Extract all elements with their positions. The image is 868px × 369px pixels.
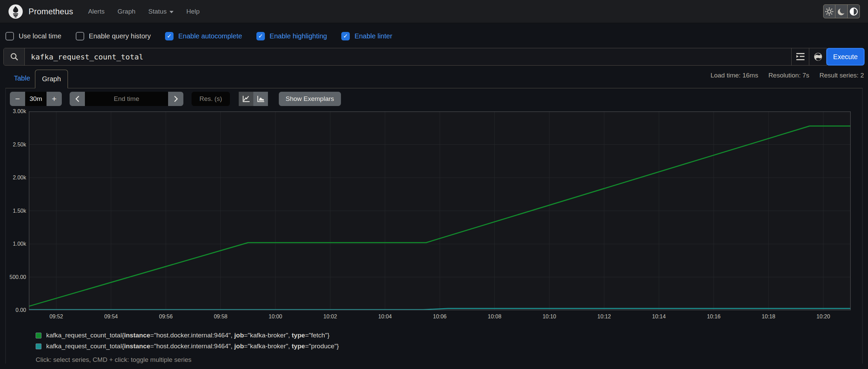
theme-button-auto-contrast-icon[interactable] (848, 4, 860, 18)
nav-links: AlertsGraphStatusHelp (88, 8, 199, 15)
nav-link-graph[interactable]: Graph (117, 8, 135, 15)
chevron-right-icon (173, 95, 179, 103)
meta-row: Table Graph Load time: 16msResolution: 7… (0, 70, 868, 88)
checkbox (5, 32, 14, 40)
moon-icon (837, 7, 846, 16)
range-increase-button[interactable]: + (47, 92, 62, 106)
legend-swatch (36, 333, 41, 338)
chart-legend: kafka_request_count_total{instance="host… (6, 330, 862, 350)
chevron-down-icon (169, 11, 174, 13)
option-label: Enable query history (89, 32, 151, 40)
chart-type-toggle (239, 92, 268, 106)
stacked-chart-button[interactable] (253, 92, 268, 106)
line-chart-button[interactable] (239, 92, 253, 106)
option-enable-query-history[interactable]: Enable query history (76, 32, 151, 40)
theme-button-moon-icon[interactable] (835, 4, 848, 18)
legend-hint: Click: select series, CMD + click: toggl… (6, 353, 862, 364)
checkbox: ✓ (256, 32, 265, 40)
option-enable-linter[interactable]: ✓Enable linter (341, 32, 392, 40)
x-axis-tick-label: 10:06 (433, 314, 447, 320)
x-axis-tick-label: 09:52 (50, 314, 63, 320)
x-axis-tick-label: 10:16 (707, 314, 721, 320)
y-axis-tick-label: 0.00 (6, 307, 26, 313)
nav-link-status[interactable]: Status (148, 8, 174, 15)
checkbox (76, 32, 84, 40)
end-time-group (70, 92, 183, 106)
auto-contrast-icon (849, 7, 858, 16)
legend-series-label: kafka_request_count_total{instance="host… (46, 342, 339, 350)
tab-table[interactable]: Table (14, 74, 30, 82)
x-axis-tick-label: 09:56 (159, 314, 173, 320)
search-icon (4, 48, 25, 65)
x-axis-tick-label: 10:00 (269, 314, 282, 320)
option-label: Enable linter (355, 32, 392, 40)
x-axis-tick-label: 10:08 (488, 314, 501, 320)
option-enable-autocomplete[interactable]: ✓Enable autocomplete (165, 32, 242, 40)
nav-link-label: Graph (117, 8, 135, 15)
end-time-input[interactable] (85, 92, 168, 106)
y-axis-tick-label: 500.00 (6, 274, 26, 280)
chevron-left-icon (75, 95, 80, 103)
prometheus-logo-icon (8, 4, 23, 19)
nav-link-label: Alerts (88, 8, 105, 15)
theme-toggle-group (823, 4, 860, 18)
graph-controls: − + (6, 88, 862, 109)
y-axis-tick-label: 2.00k (6, 175, 26, 181)
app-title: Prometheus (29, 7, 73, 16)
query-bar: Execute (3, 48, 865, 66)
legend-item-produce[interactable]: kafka_request_count_total{instance="host… (36, 342, 862, 350)
sun-icon (825, 7, 834, 16)
nav-link-label: Help (186, 8, 200, 15)
query-input[interactable] (25, 48, 791, 65)
execute-button[interactable]: Execute (826, 48, 865, 66)
stat-item: Load time: 16ms (710, 72, 758, 79)
legend-item-fetch[interactable]: kafka_request_count_total{instance="host… (36, 332, 862, 339)
stat-item: Resolution: 7s (768, 72, 809, 79)
option-label: Enable highlighting (270, 32, 327, 40)
checkbox: ✓ (341, 32, 350, 40)
query-stats: Load time: 16msResolution: 7sResult seri… (710, 72, 864, 79)
x-axis-tick-label: 10:20 (816, 314, 830, 320)
y-axis-tick-label: 2.50k (6, 142, 26, 148)
x-axis-tick-label: 10:14 (652, 314, 666, 320)
range-decrease-button[interactable]: − (10, 92, 25, 106)
stacked-chart-icon (257, 95, 265, 103)
y-axis-tick-label: 1.00k (6, 241, 26, 247)
range-stepper: − + (10, 92, 62, 106)
chart[interactable]: 0.00500.001.00k1.50k2.00k2.50k3.00k09:52… (6, 109, 862, 330)
y-axis-tick-label: 1.50k (6, 208, 26, 214)
tab-graph[interactable]: Graph (35, 70, 68, 88)
x-axis-tick-label: 10:10 (543, 314, 556, 320)
metrics-explorer-icon (796, 52, 805, 61)
graph-panel: − + (5, 88, 863, 364)
nav-link-help[interactable]: Help (186, 8, 200, 15)
nav-link-alerts[interactable]: Alerts (88, 8, 105, 15)
range-input[interactable] (25, 92, 47, 106)
resolution-input[interactable] (192, 92, 230, 106)
local-time-globe-button[interactable] (809, 48, 827, 65)
line-chart-icon (242, 95, 250, 103)
x-axis-tick-label: 10:02 (323, 314, 337, 320)
query-options-row: Use local timeEnable query history✓Enabl… (0, 23, 868, 48)
x-axis-tick-label: 10:18 (762, 314, 775, 320)
time-back-button[interactable] (70, 92, 85, 106)
navbar: Prometheus AlertsGraphStatusHelp (0, 0, 868, 23)
option-label: Use local time (19, 32, 61, 40)
plot-area[interactable] (29, 111, 851, 310)
legend-swatch (36, 344, 41, 349)
globe-icon (813, 52, 823, 62)
checkbox: ✓ (165, 32, 174, 40)
x-axis-tick-label: 10:12 (597, 314, 611, 320)
theme-button-sun-icon[interactable] (823, 4, 835, 18)
nav-link-label: Status (148, 8, 167, 15)
option-enable-highlighting[interactable]: ✓Enable highlighting (256, 32, 327, 40)
x-axis-tick-label: 09:54 (104, 314, 118, 320)
x-axis-tick-label: 10:04 (378, 314, 392, 320)
y-axis-tick-label: 3.00k (6, 108, 26, 115)
time-forward-button[interactable] (168, 92, 183, 106)
show-exemplars-button[interactable]: Show Exemplars (279, 92, 341, 106)
metrics-explorer-button[interactable] (791, 48, 809, 65)
option-use-local-time[interactable]: Use local time (5, 32, 61, 40)
brand[interactable]: Prometheus (8, 4, 73, 19)
x-axis-tick-label: 09:58 (214, 314, 228, 320)
